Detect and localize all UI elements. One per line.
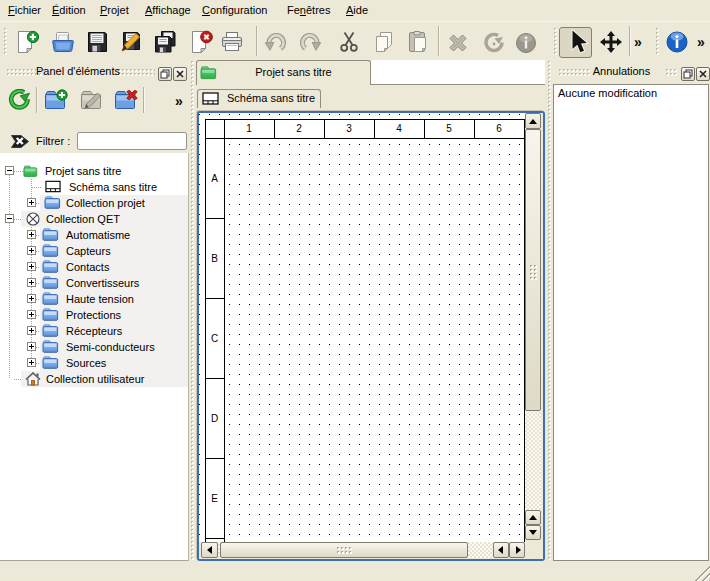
- svg-text:A: A: [211, 173, 218, 184]
- svg-text:3: 3: [346, 123, 352, 134]
- svg-text:2: 2: [296, 123, 302, 134]
- svg-text:6: 6: [496, 123, 502, 134]
- svg-text:D: D: [211, 413, 218, 424]
- svg-text:E: E: [211, 493, 218, 504]
- svg-text:5: 5: [446, 123, 452, 134]
- svg-text:B: B: [211, 253, 218, 264]
- svg-text:1: 1: [246, 123, 252, 134]
- svg-text:C: C: [211, 333, 218, 344]
- svg-text:4: 4: [396, 123, 402, 134]
